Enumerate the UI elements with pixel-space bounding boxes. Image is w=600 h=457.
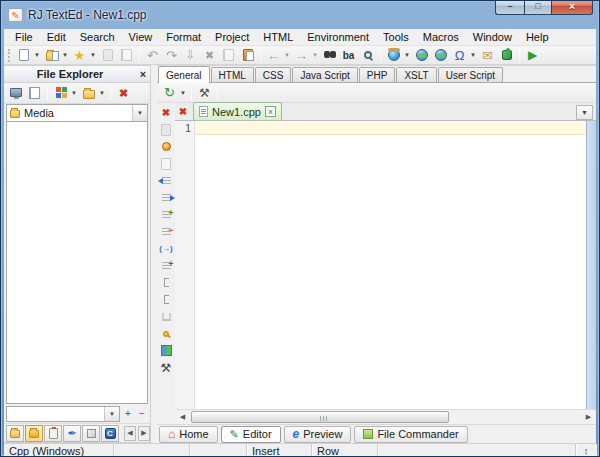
refresh-page-button[interactable]: ↻ (161, 84, 178, 101)
scrollbar-track[interactable] (190, 410, 581, 424)
open-file-button[interactable] (43, 47, 60, 64)
view-mode-button[interactable] (52, 85, 69, 102)
tab-userscript[interactable]: User Script (438, 67, 503, 82)
tab-preview[interactable]: e Preview (284, 426, 352, 443)
computer-button[interactable] (7, 85, 24, 102)
explorer-tab-folder[interactable] (6, 425, 24, 442)
plugins-button[interactable] (498, 47, 515, 64)
menu-search[interactable]: Search (73, 30, 122, 44)
undo-button[interactable]: ↶ (144, 47, 161, 64)
import-button[interactable]: ⇩ (182, 47, 199, 64)
menu-format[interactable]: Format (159, 30, 208, 44)
save-button[interactable] (99, 47, 116, 64)
upload-dropdown[interactable]: ▼ (403, 47, 411, 64)
close-document-button[interactable]: ✖ (158, 104, 174, 121)
view-mode-dropdown[interactable]: ▼ (70, 85, 78, 102)
vertical-scrollbar[interactable] (586, 121, 596, 409)
compare-button[interactable] (158, 342, 174, 359)
menu-window[interactable]: Window (466, 30, 519, 44)
explorer-tab-code[interactable]: C (101, 425, 119, 442)
upload-browser-button[interactable] (385, 47, 402, 64)
scrollbar-thumb[interactable] (191, 411, 449, 423)
delete-button[interactable]: ✖ (201, 47, 218, 64)
new-document-button[interactable] (15, 47, 32, 64)
favorites-button[interactable]: ★ (71, 47, 88, 64)
special-chars-dropdown[interactable]: ▼ (469, 47, 477, 64)
filter-dropdown[interactable]: ▼ (104, 407, 119, 421)
copy-button[interactable] (220, 47, 237, 64)
find-button[interactable] (321, 47, 338, 64)
media-path-combobox[interactable]: Media ▼ (6, 104, 148, 122)
navigate-back-dropdown[interactable]: ▼ (283, 47, 291, 64)
menu-help[interactable]: Help (519, 30, 556, 44)
file-explorer-close-button[interactable]: × (136, 68, 150, 80)
email-button[interactable]: ✉ (479, 47, 496, 64)
menu-environment[interactable]: Environment (300, 30, 376, 44)
navigate-forward-dropdown[interactable]: ▼ (311, 47, 319, 64)
preview-zoom-button[interactable] (359, 47, 376, 64)
alarm-button[interactable] (158, 138, 174, 155)
maximize-button[interactable]: □ (524, 0, 551, 15)
globe-button[interactable] (432, 47, 449, 64)
menu-file[interactable]: File (8, 30, 40, 44)
menu-html[interactable]: HTML (256, 30, 300, 44)
spellcheck-button[interactable] (158, 325, 174, 342)
horizontal-scrollbar[interactable]: ◀ ▶ (175, 409, 596, 424)
menu-view[interactable]: View (122, 30, 160, 44)
insert-lines-button[interactable]: + (158, 257, 174, 274)
text-edit-area[interactable] (195, 121, 586, 409)
add-filter-button[interactable]: + (122, 407, 134, 421)
tab-scroll-left-button[interactable]: ◀ (124, 426, 136, 441)
tab-javascript[interactable]: Java Script (292, 67, 357, 82)
paste-button[interactable] (239, 47, 256, 64)
toolbar-grip[interactable] (8, 49, 12, 62)
menu-tools[interactable]: Tools (376, 30, 416, 44)
close-button[interactable]: × (551, 0, 593, 15)
document-tab-close-button[interactable]: x (265, 106, 276, 117)
tab-home[interactable]: ⌂ Home (159, 426, 218, 443)
add-lines-button[interactable]: + (158, 206, 174, 223)
file-explorer-list[interactable] (6, 122, 148, 404)
filter-combobox[interactable]: ▼ (6, 406, 120, 422)
open-file-dropdown[interactable]: ▼ (61, 47, 69, 64)
menu-edit[interactable]: Edit (40, 30, 73, 44)
unindent-button[interactable] (158, 172, 174, 189)
tab-html[interactable]: HTML (211, 67, 254, 82)
save-all-button[interactable] (118, 47, 135, 64)
explorer-tab-open-folder[interactable] (25, 425, 43, 442)
menu-macros[interactable]: Macros (416, 30, 466, 44)
new-document-dropdown[interactable]: ▼ (33, 47, 41, 64)
explorer-tab-snippets[interactable]: ✒ (63, 425, 81, 442)
document-tab-new1cpp[interactable]: New1.cpp x (193, 102, 282, 120)
tab-file-commander[interactable]: File Commander (354, 426, 467, 443)
media-path-dropdown[interactable]: ▼ (132, 105, 147, 121)
explorer-tab-clipboard[interactable] (44, 425, 62, 442)
globe-download-button[interactable] (413, 47, 430, 64)
minimize-button[interactable]: – (495, 0, 524, 15)
folder-up-dropdown[interactable]: ▼ (98, 85, 106, 102)
explorer-tools-button[interactable]: ✖ (115, 85, 132, 102)
wrap-brackets-button[interactable]: (→) (158, 240, 174, 257)
navigate-forward-button[interactable]: → (293, 47, 310, 64)
explorer-tab-objects[interactable] (82, 425, 100, 442)
build-button[interactable]: ⚒ (196, 84, 213, 101)
special-chars-button[interactable]: Ω (451, 47, 468, 64)
run-button[interactable]: ▶ (524, 47, 541, 64)
tab-xslt[interactable]: XSLT (396, 67, 436, 82)
duplicate-view-button[interactable] (26, 85, 43, 102)
tab-css[interactable]: CSS (255, 67, 292, 82)
remove-lines-button[interactable]: − (158, 223, 174, 240)
tab-editor[interactable]: ✎ Editor (221, 426, 281, 443)
tools-hammer-button[interactable]: ⚒ (158, 359, 174, 376)
menu-project[interactable]: Project (208, 30, 256, 44)
refresh-dropdown[interactable]: ▼ (179, 84, 187, 101)
tab-scroll-right-button[interactable]: ▶ (138, 426, 150, 441)
close-tab-button[interactable]: ✖ (175, 103, 191, 119)
redo-button[interactable]: ↷ (163, 47, 180, 64)
tab-general[interactable]: General (158, 66, 210, 83)
status-resize-toggle[interactable]: ↕ (576, 444, 596, 457)
folder-up-button[interactable] (80, 85, 97, 102)
replace-button[interactable]: ba (340, 47, 357, 64)
export-document-button[interactable] (158, 155, 174, 172)
sort-button[interactable] (158, 308, 174, 325)
